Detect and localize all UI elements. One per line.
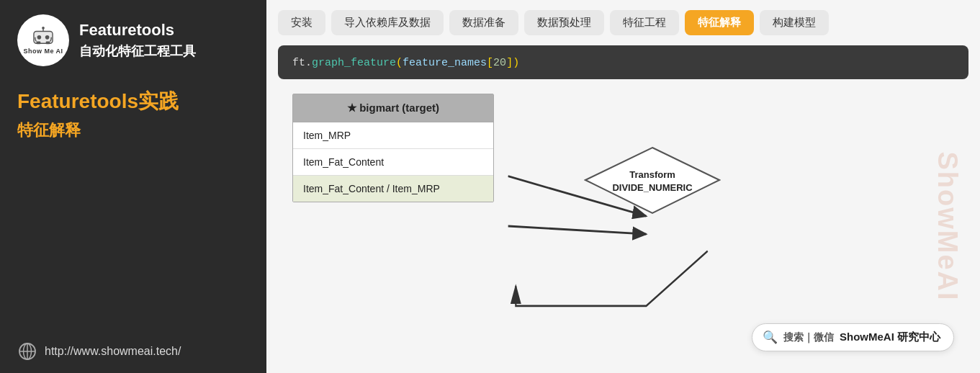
logo-inner: Show Me AI	[23, 26, 63, 55]
link-icon	[17, 341, 37, 361]
nav-tabs: 安装 导入依赖库及数据 数据准备 数据预处理 特征工程 特征解释 构建模型	[266, 0, 980, 42]
tab-install[interactable]: 安装	[278, 10, 325, 35]
code-number: 20	[493, 57, 506, 69]
svg-rect-0	[34, 31, 53, 43]
table-row-item-fat: Item_Fat_Content	[293, 149, 493, 176]
tab-build-model[interactable]: 构建模型	[760, 10, 829, 35]
logo-row: Show Me AI Featuretools 自动化特征工程工具	[17, 14, 249, 66]
tab-import[interactable]: 导入依赖库及数据	[331, 10, 444, 35]
code-paren-close: )	[513, 57, 519, 69]
code-param: feature_names	[403, 57, 487, 69]
transform-diamond: Transform DIVIDE_NUMERIC	[580, 144, 724, 216]
svg-marker-12	[585, 148, 719, 213]
logo-circle: Show Me AI	[17, 14, 69, 66]
footer-url: http://www.showmeai.tech/	[45, 345, 181, 358]
table-header: ★ bigmart (target)	[293, 94, 493, 122]
code-method: graph_feature	[312, 57, 396, 69]
table-row-item-derived: Item_Fat_Content / Item_MRP	[293, 176, 493, 202]
main-content: 安装 导入依赖库及数据 数据准备 数据预处理 特征工程 特征解释 构建模型 ft…	[266, 0, 980, 373]
table-row-item-mrp: Item_MRP	[293, 122, 493, 149]
section-title: Featuretools实践	[17, 89, 249, 114]
sidebar: Show Me AI Featuretools 自动化特征工程工具 Featur…	[0, 0, 266, 373]
code-block: ft.graph_feature(feature_names[20])	[278, 45, 968, 79]
feature-table: ★ bigmart (target) Item_MRP Item_Fat_Con…	[292, 94, 494, 202]
svg-point-4	[42, 27, 45, 30]
showmeai-logo-icon	[30, 26, 57, 46]
footer-link[interactable]: http://www.showmeai.tech/	[17, 341, 249, 361]
svg-rect-5	[37, 41, 41, 44]
diamond-wrapper: Transform DIVIDE_NUMERIC	[584, 146, 721, 215]
tab-feature-explain[interactable]: 特征解释	[685, 10, 754, 35]
code-fn: ft.	[292, 57, 312, 69]
watermark-text: ShowMeAI	[932, 151, 963, 301]
tab-preprocessing[interactable]: 数据预处理	[524, 10, 604, 35]
tab-feature-engineering[interactable]: 特征工程	[610, 10, 679, 35]
code-bracket-open: [	[487, 57, 493, 69]
diagram-container: ★ bigmart (target) Item_MRP Item_Fat_Con…	[278, 86, 968, 366]
diagram-area: ★ bigmart (target) Item_MRP Item_Fat_Con…	[266, 86, 980, 373]
diamond-svg	[584, 146, 721, 215]
logo-text: Show Me AI	[23, 48, 63, 55]
code-bracket-close: ]	[506, 57, 513, 69]
search-icon: 🔍	[763, 330, 778, 345]
title-block: Featuretools 自动化特征工程工具	[79, 21, 196, 60]
tab-data-prep[interactable]: 数据准备	[449, 10, 518, 35]
code-text: ft.graph_feature(feature_names[20])	[292, 57, 519, 69]
search-brand: ShowMeAI 研究中心	[840, 331, 940, 344]
title-en: Featuretools	[79, 21, 196, 40]
svg-point-1	[37, 35, 42, 40]
search-badge: 🔍 搜索｜微信 ShowMeAI 研究中心	[752, 323, 954, 351]
search-text: 搜索｜微信	[783, 331, 834, 344]
code-paren-open: (	[396, 57, 403, 69]
svg-point-2	[45, 35, 50, 40]
table-header-text: ★ bigmart (target)	[347, 102, 439, 114]
sub-title: 特征解释	[17, 120, 249, 141]
title-zh: 自动化特征工程工具	[79, 42, 196, 60]
svg-rect-6	[46, 41, 50, 44]
